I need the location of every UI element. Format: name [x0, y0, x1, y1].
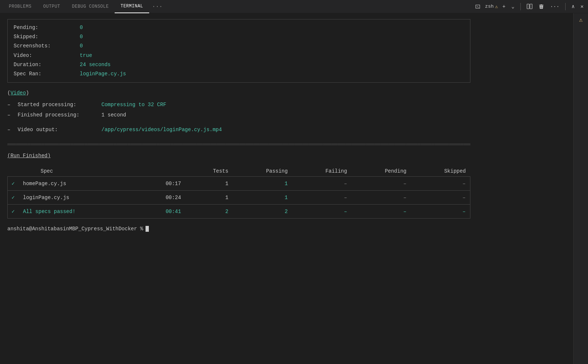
split-terminal-button[interactable] [525, 3, 534, 10]
row2-pending: – [351, 191, 411, 205]
separator-line: ════════════════════════════════════════… [7, 142, 470, 147]
svg-rect-0 [527, 4, 529, 9]
summary-pending: – [351, 205, 411, 219]
tab-output[interactable]: OUTPUT [37, 0, 66, 13]
row2-time: 00:24 [138, 191, 186, 205]
summary-label: All specs passed! [19, 205, 138, 219]
video-link[interactable]: Video [10, 90, 26, 96]
table-body: ✓ homePage.cy.js 00:17 1 1 – – – ✓ login… [8, 177, 470, 219]
shell-warn-icon: ⚠ [495, 4, 498, 10]
table-row: ✓ homePage.cy.js 00:17 1 1 – – – [8, 177, 470, 191]
row1-time: 00:17 [138, 177, 186, 191]
info-row-screenshots: Screenshots: 0 [14, 42, 464, 51]
table-header: Spec Tests Passing Failing Pending Skipp… [8, 166, 470, 177]
spec-ran-label: Spec Ran: [14, 69, 80, 79]
info-row-video: Video: true [14, 51, 464, 60]
col-header-skipped: Skipped [411, 166, 470, 177]
video-title: (Video) [7, 90, 470, 96]
video-output-label: Video output: [18, 125, 98, 135]
pending-value: 0 [80, 23, 83, 32]
tab-bar: PROBLEMS OUTPUT DEBUG CONSOLE TERMINAL ·… [0, 0, 588, 13]
cursor [146, 226, 149, 232]
started-proc-value: Compressing to 32 CRF [101, 100, 166, 110]
terminal-sidebar: ⚠ [573, 13, 588, 364]
col-header-tests: Tests [186, 166, 233, 177]
info-row-pending: Pending: 0 [14, 23, 464, 32]
row1-failing: – [292, 177, 352, 191]
toolbar-divider2 [565, 3, 566, 10]
tab-bar-right: zsh ⚠ + ⌄ ··· ∧ ✕ [473, 3, 585, 10]
info-row-duration: Duration: 24 seconds [14, 60, 464, 69]
info-box: Pending: 0 Skipped: 0 Screenshots: 0 Vid… [7, 19, 470, 83]
summary-passing: 2 [233, 205, 292, 219]
spec-ran-value: loginPage.cy.js [80, 69, 126, 79]
row1-check: ✓ [8, 177, 19, 191]
add-terminal-button[interactable]: + [501, 3, 507, 10]
col-header-spec: Spec [19, 166, 138, 177]
row1-passing: 1 [233, 177, 292, 191]
toolbar-divider [520, 3, 521, 10]
shell-prompt: anshita@AnshitabasinMBP_Cypress_WithDock… [7, 226, 566, 232]
video-output-path[interactable]: /app/cypress/videos/loginPage.cy.js.mp4 [101, 125, 222, 135]
duration-value: 24 seconds [80, 60, 111, 69]
summary-row: ✓ All specs passed! 00:41 2 2 – – – [8, 205, 470, 219]
terminal-body: Pending: 0 Skipped: 0 Screenshots: 0 Vid… [0, 13, 588, 364]
row2-tests: 1 [186, 191, 233, 205]
info-row-spec: Spec Ran: loginPage.cy.js [14, 69, 464, 79]
row1-skipped: – [411, 177, 470, 191]
row2-check: ✓ [8, 191, 19, 205]
dash-icon-1: – [7, 100, 15, 110]
row2-passing: 1 [233, 191, 292, 205]
video-value: true [80, 51, 92, 60]
proc-started-line: – Started processing: Compressing to 32 … [7, 100, 470, 110]
video-title-suffix: ) [26, 90, 29, 96]
terminal-icon[interactable] [473, 3, 482, 10]
panel-up-button[interactable]: ∧ [570, 3, 576, 10]
row2-failing: – [292, 191, 352, 205]
run-finished-label: (Run Finished) [7, 153, 51, 159]
screenshots-label: Screenshots: [14, 42, 80, 51]
tab-bar-left: PROBLEMS OUTPUT DEBUG CONSOLE TERMINAL ·… [3, 0, 165, 13]
summary-skipped: – [411, 205, 470, 219]
shell-label: zsh ⚠ [485, 4, 498, 10]
pending-label: Pending: [14, 23, 80, 32]
video-section: (Video) – Started processing: Compressin… [7, 90, 470, 135]
col-header-failing: Failing [292, 166, 352, 177]
skipped-label: Skipped: [14, 32, 80, 42]
summary-tests: 2 [186, 205, 233, 219]
more-actions-button[interactable]: ··· [549, 3, 561, 10]
row1-tests: 1 [186, 177, 233, 191]
summary-time: 00:41 [138, 205, 186, 219]
row1-pending: – [351, 177, 411, 191]
close-panel-button[interactable]: ✕ [579, 3, 585, 10]
delete-terminal-button[interactable] [537, 3, 546, 10]
results-table: Spec Tests Passing Failing Pending Skipp… [7, 166, 470, 219]
finished-proc-label: Finished processing: [18, 110, 98, 120]
terminal-main[interactable]: Pending: 0 Skipped: 0 Screenshots: 0 Vid… [0, 13, 573, 364]
col-header-passing: Passing [233, 166, 292, 177]
row2-skipped: – [411, 191, 470, 205]
dash-icon-2: – [7, 110, 15, 120]
header-row: Spec Tests Passing Failing Pending Skipp… [8, 166, 470, 177]
sidebar-warn-icon[interactable]: ⚠ [579, 16, 583, 24]
tab-more-button[interactable]: ··· [149, 3, 166, 10]
table-row: ✓ loginPage.cy.js 00:24 1 1 – – – [8, 191, 470, 205]
finished-proc-value: 1 second [101, 110, 126, 120]
tab-problems[interactable]: PROBLEMS [3, 0, 37, 13]
col-header-time [138, 166, 186, 177]
tab-terminal[interactable]: TERMINAL [115, 0, 149, 13]
summary-check: ✓ [8, 205, 19, 219]
shell-prompt-text: anshita@AnshitabasinMBP_Cypress_WithDock… [7, 226, 143, 232]
col-header-pending: Pending [351, 166, 411, 177]
dash-icon-3: – [7, 125, 15, 135]
run-finished-section: (Run Finished) [7, 153, 566, 159]
info-row-skipped: Skipped: 0 [14, 32, 464, 42]
terminal-chevron-button[interactable]: ⌄ [510, 3, 516, 10]
row1-spec: homePage.cy.js [19, 177, 138, 191]
video-output-line: – Video output: /app/cypress/videos/logi… [7, 125, 470, 135]
proc-finished-line: – Finished processing: 1 second [7, 110, 470, 120]
tab-debug-console[interactable]: DEBUG CONSOLE [66, 0, 115, 13]
screenshots-value: 0 [80, 42, 83, 51]
started-proc-label: Started processing: [18, 100, 98, 110]
skipped-value: 0 [80, 32, 83, 42]
